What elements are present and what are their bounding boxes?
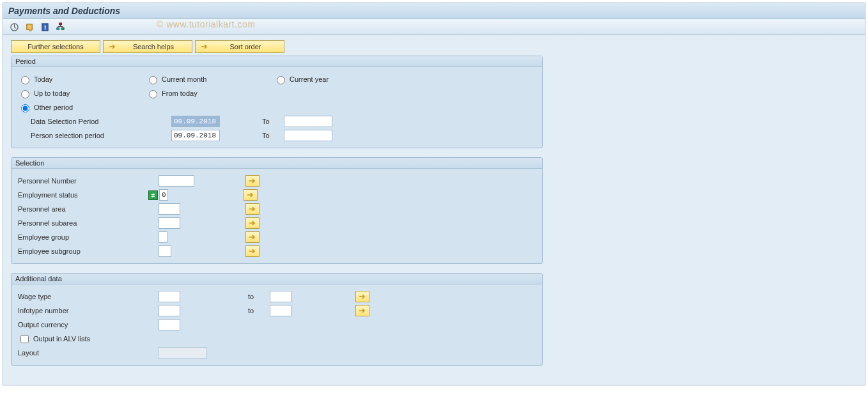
wage-type-multiselect-button[interactable] (355, 291, 369, 302)
layout-input[interactable] (159, 347, 207, 359)
radio-other-period-input[interactable] (21, 104, 29, 112)
radio-current-year-label: Current year (290, 75, 329, 83)
sort-order-label: Sort order (212, 43, 279, 50)
personnel-number-label: Personnel Number (18, 177, 159, 185)
arrow-right-icon (249, 233, 256, 241)
arrow-right-icon (359, 307, 366, 314)
further-selections-label: Further selections (27, 43, 83, 50)
person-selection-to-input[interactable] (284, 130, 332, 141)
personnel-area-input[interactable] (159, 203, 180, 215)
search-helps-button[interactable]: Search helps (103, 40, 192, 53)
personnel-number-input[interactable] (159, 175, 194, 187)
radio-up-to-today[interactable]: Up to today (18, 88, 127, 98)
personnel-area-multiselect-button[interactable] (245, 203, 260, 215)
employee-group-label: Employee group (18, 233, 159, 241)
wage-type-label: Wage type (18, 293, 159, 300)
person-selection-period-label: Person selection period (18, 132, 171, 139)
radio-current-year[interactable]: Current year (274, 74, 382, 84)
org-structure-icon[interactable] (54, 21, 66, 33)
radio-other-period-label: Other period (34, 104, 73, 111)
radio-current-month[interactable]: Current month (146, 74, 254, 84)
svg-rect-4 (59, 22, 61, 24)
personnel-subarea-input[interactable] (159, 217, 180, 229)
additional-data-panel: Additional data Wage type to Infotype nu… (11, 273, 543, 366)
layout-label: Layout (18, 349, 159, 357)
radio-other-period[interactable]: Other period (18, 102, 127, 112)
search-helps-label: Search helps (120, 43, 187, 50)
employee-subgroup-multiselect-button[interactable] (245, 245, 260, 257)
output-currency-label: Output currency (18, 321, 159, 329)
radio-current-year-input[interactable] (277, 76, 285, 84)
output-alv-label: Output in ALV lists (33, 335, 90, 343)
selection-buttons-row: Further selections Search helps Sort ord… (11, 40, 857, 53)
svg-rect-6 (61, 27, 64, 29)
wage-type-to-input[interactable] (270, 291, 291, 302)
radio-up-to-today-input[interactable] (21, 90, 29, 98)
employee-subgroup-input[interactable] (159, 245, 171, 257)
window-frame: Payments and Deductions i © www.tutorial… (3, 3, 865, 385)
output-currency-input[interactable] (159, 319, 180, 330)
arrow-right-icon (249, 247, 256, 255)
employee-subgroup-label: Employee subgroup (18, 247, 159, 255)
arrow-right-icon (249, 177, 256, 185)
arrow-right-icon (359, 293, 366, 300)
employment-status-label: Employment status (18, 191, 148, 199)
app-toolbar: i © www.tutorialkart.com (3, 19, 865, 35)
personnel-area-label: Personnel area (18, 205, 159, 213)
radio-from-today-input[interactable] (149, 90, 157, 98)
personnel-subarea-multiselect-button[interactable] (245, 217, 260, 229)
radio-today[interactable]: Today (18, 74, 127, 84)
radio-from-today[interactable]: From today (146, 88, 254, 98)
wage-type-from-input[interactable] (159, 291, 180, 302)
infotype-number-label: Infotype number (18, 307, 159, 314)
svg-rect-1 (26, 24, 31, 29)
not-equal-indicator-icon[interactable]: ≠ (148, 190, 158, 200)
additional-data-legend: Additional data (12, 274, 542, 284)
data-selection-to-input[interactable] (284, 116, 332, 127)
data-selection-period-label: Data Selection Period (18, 118, 171, 125)
output-alv-checkbox-input[interactable] (20, 335, 29, 343)
infotype-number-from-input[interactable] (159, 305, 180, 316)
selection-legend: Selection (12, 158, 542, 169)
title-bar: Payments and Deductions (3, 3, 865, 19)
svg-rect-5 (56, 27, 59, 29)
employee-group-multiselect-button[interactable] (245, 231, 260, 243)
data-selection-from-input[interactable] (171, 116, 220, 127)
data-selection-to-label: To (258, 118, 284, 125)
execute-icon[interactable] (8, 21, 20, 33)
employment-status-multiselect-button[interactable] (244, 189, 258, 201)
get-variant-icon[interactable] (24, 21, 35, 33)
radio-today-input[interactable] (21, 76, 29, 84)
further-selections-button[interactable]: Further selections (11, 40, 100, 53)
person-selection-from-input[interactable] (171, 130, 220, 141)
period-panel: Period Today Current month Current year (11, 56, 543, 148)
wage-type-to-label: to (244, 293, 270, 300)
arrow-right-icon (249, 205, 256, 213)
employment-status-input[interactable] (159, 189, 168, 201)
content-area: Further selections Search helps Sort ord… (3, 35, 865, 385)
sort-order-button[interactable]: Sort order (195, 40, 284, 53)
arrow-right-icon (201, 43, 208, 50)
radio-from-today-label: From today (162, 89, 198, 97)
infotype-number-to-label: to (244, 307, 270, 314)
infotype-number-to-input[interactable] (270, 305, 291, 316)
employee-group-input[interactable] (159, 231, 167, 243)
output-alv-checkbox[interactable]: Output in ALV lists (18, 333, 90, 345)
person-selection-to-label: To (258, 132, 284, 139)
personnel-number-multiselect-button[interactable] (245, 175, 260, 187)
arrow-right-icon (249, 219, 256, 227)
infotype-number-multiselect-button[interactable] (355, 305, 369, 316)
arrow-right-icon (247, 191, 254, 199)
selection-panel: Selection Personnel Number Employment st… (11, 157, 543, 264)
watermark-text: © www.tutorialkart.com (157, 19, 255, 29)
radio-current-month-label: Current month (162, 75, 206, 83)
page-title: Payments and Deductions (8, 6, 120, 16)
personnel-subarea-label: Personnel subarea (18, 219, 159, 227)
arrow-right-icon (109, 43, 116, 50)
radio-today-label: Today (34, 75, 52, 83)
radio-current-month-input[interactable] (149, 76, 157, 84)
svg-text:i: i (44, 24, 46, 31)
info-icon[interactable]: i (39, 21, 50, 33)
period-legend: Period (12, 56, 542, 67)
radio-up-to-today-label: Up to today (34, 89, 70, 97)
